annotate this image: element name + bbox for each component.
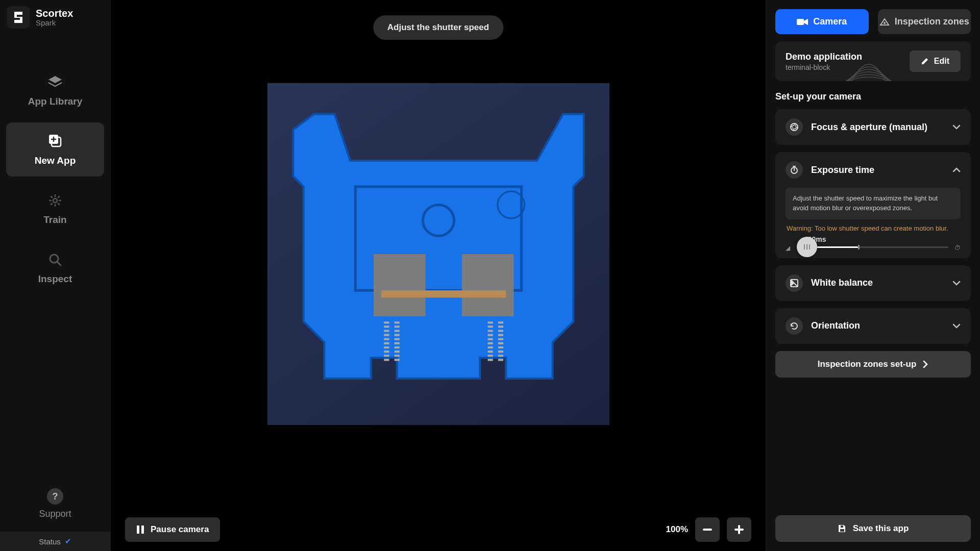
nav-new-app[interactable]: New App — [6, 122, 104, 177]
svg-rect-12 — [703, 529, 712, 531]
svg-rect-15 — [797, 19, 804, 25]
part-illustration — [283, 98, 594, 410]
tab-label: Camera — [813, 16, 847, 27]
svg-rect-5 — [373, 254, 425, 316]
nav: App Library New App Train Inspect — [0, 55, 110, 303]
toast-message: Adjust the shutter speed — [373, 15, 503, 40]
accordion-focus: Focus & aperture (manual) — [775, 109, 971, 145]
svg-rect-10 — [137, 525, 139, 534]
slider-mark — [858, 245, 860, 249]
nav-train[interactable]: Train — [6, 182, 104, 236]
help-icon: ? — [47, 488, 63, 505]
slider-thumb[interactable] — [797, 237, 817, 257]
check-icon: ✔ — [65, 537, 71, 546]
accordion-title: Orientation — [811, 320, 944, 331]
accordion-title: Exposure time — [811, 165, 944, 176]
slider-min-icon: ◢ — [786, 244, 790, 252]
accordion-header-focus[interactable]: Focus & aperture (manual) — [775, 109, 971, 145]
zones-setup-label: Inspection zones set-up — [818, 359, 917, 369]
aperture-icon — [786, 118, 803, 136]
chevron-down-icon — [952, 124, 961, 130]
white-balance-icon — [786, 274, 803, 292]
tab-camera[interactable]: Camera — [775, 9, 869, 34]
support-label: Support — [39, 509, 71, 519]
accordion-exposure: Exposure time Adjust the shutter speed t… — [775, 152, 971, 258]
exposure-slider[interactable]: ◢ ⏱ 400ms — [786, 237, 961, 248]
main-viewport: Adjust the shutter speed Pause — [111, 0, 766, 551]
settings-panel: Camera Inspection zones Demo application… — [766, 0, 980, 551]
brand-block: Scortex Spark — [0, 0, 110, 35]
rotate-icon — [786, 317, 803, 335]
gear-icon — [46, 192, 64, 209]
accordion-title: White balance — [811, 278, 944, 288]
slider-track — [798, 246, 948, 248]
accordion-header-white-balance[interactable]: White balance — [775, 265, 971, 301]
nav-label: Train — [43, 214, 66, 226]
pause-camera-button[interactable]: Pause camera — [125, 517, 220, 542]
nav-label: New App — [35, 155, 76, 166]
app-title: Demo application — [786, 52, 862, 62]
svg-point-17 — [791, 123, 798, 131]
sidebar: Scortex Spark App Library New App — [0, 0, 111, 551]
zones-icon — [879, 18, 890, 26]
chevron-down-icon — [952, 323, 961, 329]
status-label: Status — [39, 537, 61, 546]
timer-icon — [786, 161, 803, 179]
edit-button[interactable]: Edit — [910, 51, 961, 72]
svg-rect-11 — [141, 525, 144, 534]
accordion-header-orientation[interactable]: Orientation — [775, 308, 971, 344]
svg-rect-21 — [841, 525, 843, 528]
exposure-warning: Warning: Too low shutter speed can creat… — [787, 224, 960, 232]
save-icon — [838, 524, 847, 533]
camera-viewport[interactable] — [111, 0, 766, 508]
layers-icon — [46, 73, 64, 91]
camera-image — [267, 83, 609, 425]
nav-app-library[interactable]: App Library — [6, 63, 104, 117]
status-bar[interactable]: Status ✔ — [0, 532, 110, 551]
plus-icon — [734, 525, 744, 534]
exposure-description: Adjust the shutter speed to maximize the… — [786, 188, 961, 219]
chevron-down-icon — [952, 281, 961, 286]
camera-icon — [797, 18, 808, 26]
accordion-white-balance: White balance — [775, 265, 971, 301]
pause-label: Pause camera — [151, 524, 209, 535]
zoom-value: 100% — [666, 524, 688, 535]
pencil-icon — [921, 57, 929, 65]
nav-label: App Library — [28, 96, 83, 107]
chevron-up-icon — [952, 167, 961, 172]
section-heading: Set-up your camera — [775, 91, 971, 102]
app-subtitle: terminal-block — [786, 63, 862, 71]
minus-icon — [703, 529, 712, 531]
bottom-toolbar: Pause camera 100% — [111, 508, 766, 551]
magnifier-icon — [46, 251, 64, 268]
new-app-icon — [46, 133, 64, 150]
svg-rect-20 — [840, 529, 844, 532]
accordion-orientation: Orientation — [775, 308, 971, 344]
save-label: Save this app — [853, 523, 909, 534]
slider-max-icon: ⏱ — [954, 244, 961, 252]
brand-title: Scortex — [36, 8, 73, 19]
support-button[interactable]: ? Support — [39, 484, 71, 528]
pause-icon — [136, 525, 144, 534]
save-app-button[interactable]: Save this app — [775, 515, 971, 542]
tab-label: Inspection zones — [895, 16, 969, 27]
zoom-controls: 100% — [666, 517, 751, 542]
zoom-in-button[interactable] — [727, 517, 751, 542]
chevron-right-icon — [922, 360, 928, 369]
svg-rect-6 — [461, 254, 513, 316]
nav-label: Inspect — [38, 273, 72, 285]
brand-subtitle: Spark — [36, 18, 73, 27]
accordion-header-exposure[interactable]: Exposure time — [775, 152, 971, 188]
zoom-out-button[interactable] — [695, 517, 720, 542]
svg-point-16 — [884, 22, 886, 24]
accordion-title: Focus & aperture (manual) — [811, 122, 944, 133]
tab-inspection-zones[interactable]: Inspection zones — [878, 9, 971, 34]
inspection-zones-setup-button[interactable]: Inspection zones set-up — [775, 351, 971, 378]
panel-tabs: Camera Inspection zones — [775, 9, 971, 34]
nav-inspect[interactable]: Inspect — [6, 241, 104, 295]
svg-rect-7 — [381, 290, 506, 297]
edit-label: Edit — [934, 57, 949, 66]
brand-logo-icon — [7, 6, 30, 29]
application-card: Demo application terminal-block Edit — [775, 41, 971, 81]
svg-rect-14 — [734, 529, 744, 531]
